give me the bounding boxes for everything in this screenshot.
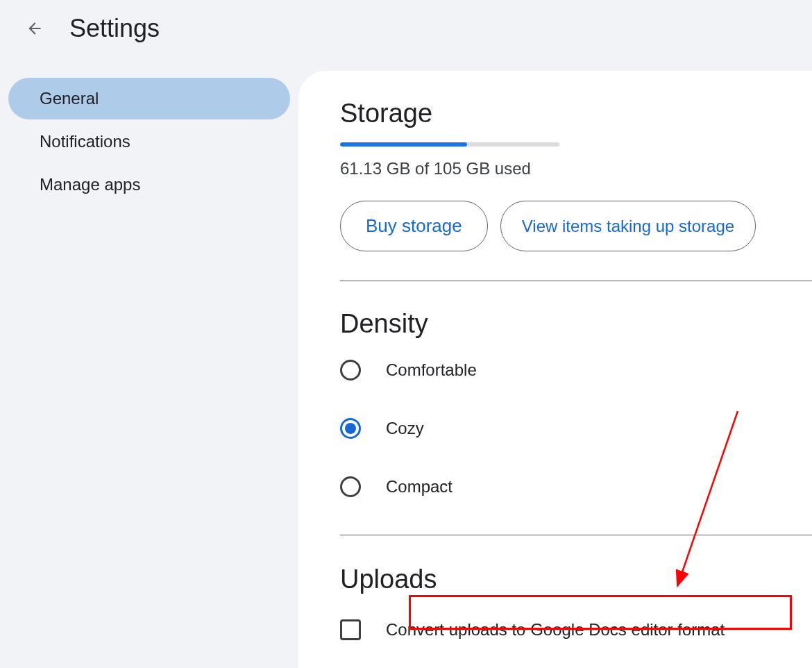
storage-progress-bar xyxy=(340,142,559,147)
sidebar-item-label: General xyxy=(40,89,99,108)
sidebar-item-label: Manage apps xyxy=(40,175,140,194)
arrow-left-icon xyxy=(26,19,44,37)
main-container: General Notifications Manage apps Storag… xyxy=(0,71,812,668)
radio-option-compact[interactable]: Compact xyxy=(340,476,812,497)
radio-label: Compact xyxy=(386,477,452,496)
sidebar: General Notifications Manage apps xyxy=(0,71,298,668)
checkbox-label: Convert uploads to Google Docs editor fo… xyxy=(386,620,725,640)
sidebar-item-manage-apps[interactable]: Manage apps xyxy=(8,164,290,206)
radio-icon xyxy=(340,476,361,497)
storage-buttons: Buy storage View items taking up storage xyxy=(340,201,812,251)
density-section: Density Comfortable Cozy Compact xyxy=(340,281,812,535)
back-button[interactable] xyxy=(21,15,49,42)
uploads-checkbox-row[interactable]: Convert uploads to Google Docs editor fo… xyxy=(340,619,812,640)
content-panel: Storage 61.13 GB of 105 GB used Buy stor… xyxy=(298,71,812,668)
radio-dot-icon xyxy=(345,423,356,434)
radio-option-cozy[interactable]: Cozy xyxy=(340,418,812,439)
uploads-section: Uploads Convert uploads to Google Docs e… xyxy=(340,535,812,668)
radio-label: Cozy xyxy=(386,419,424,438)
storage-progress-fill xyxy=(340,142,467,147)
storage-section: Storage 61.13 GB of 105 GB used Buy stor… xyxy=(340,99,812,281)
sidebar-item-label: Notifications xyxy=(40,132,130,151)
header: Settings xyxy=(0,0,812,57)
sidebar-item-general[interactable]: General xyxy=(8,78,290,119)
density-radio-group: Comfortable Cozy Compact xyxy=(340,360,812,497)
density-title: Density xyxy=(340,309,812,339)
storage-title: Storage xyxy=(340,99,812,128)
uploads-title: Uploads xyxy=(340,565,812,594)
radio-icon xyxy=(340,360,361,381)
radio-icon xyxy=(340,418,361,439)
radio-option-comfortable[interactable]: Comfortable xyxy=(340,360,812,381)
sidebar-item-notifications[interactable]: Notifications xyxy=(8,121,290,162)
checkbox-icon[interactable] xyxy=(340,619,361,640)
buy-storage-button[interactable]: Buy storage xyxy=(340,201,488,251)
view-items-button[interactable]: View items taking up storage xyxy=(500,201,756,251)
page-title: Settings xyxy=(69,14,160,43)
storage-usage-text: 61.13 GB of 105 GB used xyxy=(340,159,812,178)
radio-label: Comfortable xyxy=(386,360,477,380)
